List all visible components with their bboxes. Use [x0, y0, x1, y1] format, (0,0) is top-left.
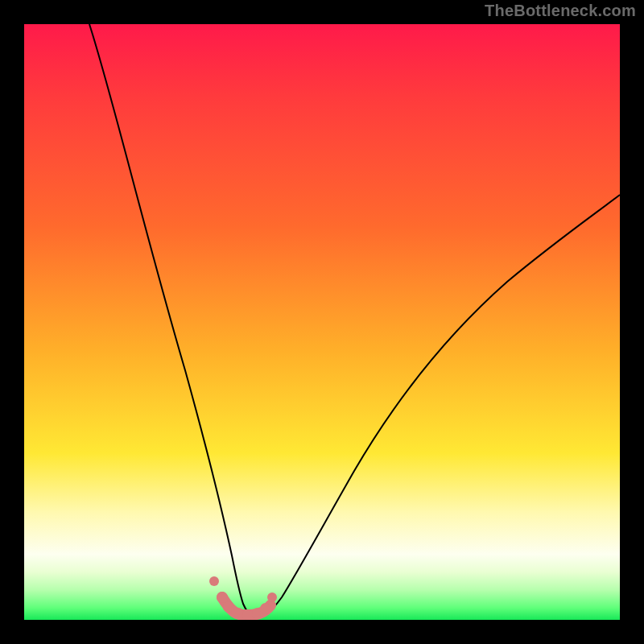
svg-point-3 [233, 608, 244, 619]
watermark-text: TheBottleneck.com [485, 2, 636, 20]
valley-highlight-dots [209, 576, 277, 620]
svg-point-1 [217, 592, 228, 603]
svg-point-7 [267, 592, 277, 602]
svg-point-2 [223, 601, 234, 613]
svg-point-0 [209, 576, 219, 586]
bottleneck-curve [89, 24, 620, 617]
plot-area [24, 24, 620, 620]
bottleneck-curve-svg [24, 24, 620, 620]
chart-frame: TheBottleneck.com [0, 0, 644, 644]
svg-point-6 [260, 603, 271, 614]
